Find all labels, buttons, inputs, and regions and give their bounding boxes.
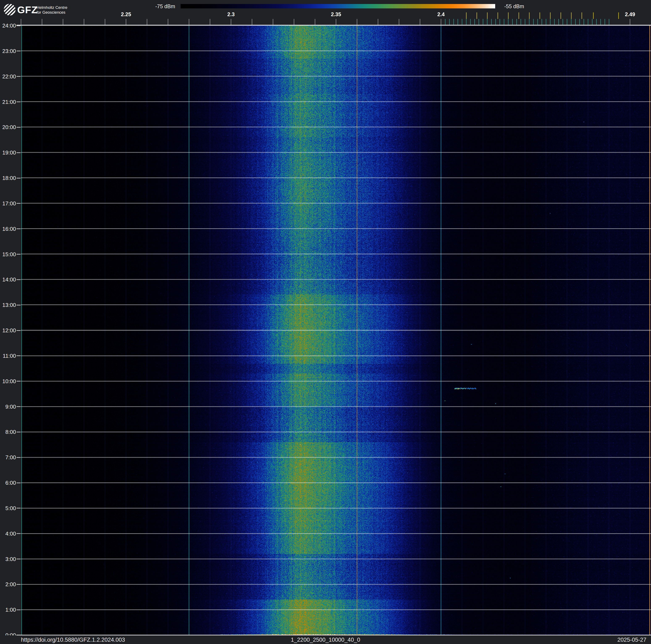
freq-tick-minor — [399, 19, 399, 25]
freq-tick-teal — [546, 19, 546, 25]
footer-bar: https://doi.org/10.5880/GFZ.1.2.2024.003… — [0, 635, 651, 644]
freq-tick-minor — [189, 19, 189, 25]
freq-tick-teal — [445, 19, 445, 25]
freq-tick-minor — [294, 19, 294, 25]
time-label: 18:00 — [0, 175, 16, 181]
freq-label: 2.35 — [331, 11, 341, 18]
top-axis-line — [17, 25, 651, 25]
time-tick — [17, 457, 21, 458]
freq-tick-teal — [449, 19, 450, 25]
freq-tick-minor — [315, 19, 315, 25]
time-label: 6:00 — [0, 480, 16, 486]
time-tick — [17, 229, 21, 229]
time-label: 14:00 — [0, 276, 16, 283]
colorbar-max-label: -55 dBm — [504, 3, 524, 9]
freq-tick-minor — [84, 19, 84, 25]
time-label: 9:00 — [0, 404, 16, 410]
time-label: 2:00 — [0, 581, 16, 587]
freq-tick-yellow — [529, 12, 530, 19]
freq-tick-teal — [529, 19, 529, 25]
freq-tick-teal — [478, 19, 479, 25]
freq-tick-teal — [550, 19, 550, 25]
freq-tick-yellow — [508, 12, 508, 19]
doi-text: https://doi.org/10.5880/GFZ.1.2.2024.003 — [21, 637, 125, 643]
time-tick — [17, 51, 21, 51]
freq-tick-teal — [458, 19, 458, 25]
freq-tick-minor — [357, 19, 357, 25]
freq-tick-yellow — [550, 12, 551, 19]
freq-tick-teal — [533, 19, 534, 25]
time-label: 20:00 — [0, 124, 16, 130]
freq-tick-minor — [273, 19, 273, 25]
time-label: 10:00 — [0, 378, 16, 384]
time-tick — [17, 254, 21, 255]
freq-tick-yellow — [487, 12, 488, 19]
freq-tick-teal — [487, 19, 488, 25]
time-label: 16:00 — [0, 226, 16, 232]
freq-tick-teal — [604, 19, 605, 25]
freq-tick-teal — [567, 19, 567, 25]
time-tick — [17, 432, 21, 432]
freq-tick-minor — [420, 19, 420, 25]
freq-tick-teal — [554, 19, 555, 25]
time-label: 15:00 — [0, 252, 16, 257]
freq-tick-minor — [252, 19, 252, 25]
time-label: 17:00 — [0, 201, 16, 206]
freq-tick-minor — [126, 19, 126, 25]
freq-tick-teal — [504, 19, 504, 25]
time-tick — [17, 482, 21, 483]
freq-tick-teal — [512, 19, 513, 25]
freq-tick-teal — [588, 19, 588, 25]
freq-tick-minor — [63, 19, 63, 25]
time-tick — [17, 559, 21, 559]
time-tick — [17, 584, 21, 585]
time-tick — [17, 279, 21, 280]
freq-tick-teal — [462, 19, 462, 25]
gfz-logo: GFZ Helmholtz Centre for Geosciences — [4, 3, 94, 18]
time-tick — [17, 381, 21, 381]
time-tick — [17, 178, 21, 178]
freq-tick-teal — [470, 19, 471, 25]
freq-tick-teal — [584, 19, 584, 25]
freq-tick-yellow — [497, 12, 498, 19]
freq-tick-teal — [483, 19, 483, 25]
freq-tick-teal — [600, 19, 601, 25]
freq-tick-minor — [147, 19, 147, 25]
freq-tick-teal — [537, 19, 538, 25]
time-tick — [17, 406, 21, 407]
time-label: 1:00 — [0, 607, 16, 613]
freq-tick-yellow — [476, 12, 477, 19]
time-label: 22:00 — [0, 74, 16, 80]
freq-tick-minor — [42, 19, 42, 25]
freq-tick-teal — [491, 19, 492, 25]
freq-tick-teal — [563, 19, 563, 25]
time-tick — [17, 330, 21, 331]
freq-tick-teal — [571, 19, 571, 25]
colorbar-gradient — [181, 4, 495, 8]
org-line1: Helmholtz Centre — [36, 5, 67, 10]
time-tick — [17, 533, 21, 534]
freq-tick-yellow — [560, 12, 561, 19]
freq-tick-teal — [454, 19, 454, 25]
freq-tick-yellow — [593, 12, 594, 19]
date-text: 2025-05-27 — [617, 637, 646, 643]
freq-label: 2.3 — [227, 11, 235, 18]
freq-tick-teal — [558, 19, 559, 25]
time-tick — [17, 610, 21, 610]
freq-tick-yellow — [582, 12, 582, 19]
freq-tick-teal — [541, 19, 542, 25]
freq-tick-minor — [21, 19, 21, 25]
run-id-text: 1_2200_2500_10000_40_0 — [291, 637, 360, 643]
spectrogram-canvas — [21, 25, 651, 635]
freq-tick-minor — [210, 19, 210, 25]
gfz-org-name: Helmholtz Centre for Geosciences — [36, 5, 67, 15]
freq-tick-teal — [596, 19, 597, 25]
freq-tick-teal — [592, 19, 592, 25]
freq-tick-teal — [495, 19, 496, 25]
time-label: 5:00 — [0, 505, 16, 511]
org-line2: for Geosciences — [36, 10, 67, 15]
freq-tick-yellow — [519, 12, 519, 19]
time-label: 11:00 — [0, 353, 16, 359]
freq-tick-minor — [231, 19, 231, 25]
freq-tick-minor — [336, 19, 336, 25]
